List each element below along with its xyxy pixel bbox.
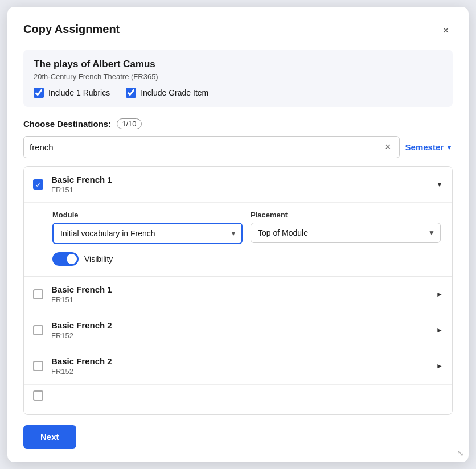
course-name: Basic French 2 bbox=[51, 356, 428, 366]
course-item-header: Basic French 1 FR151 ► bbox=[24, 277, 452, 312]
assignment-info-panel: The plays of Albert Camus 20th-Century F… bbox=[23, 50, 453, 107]
placement-label: Placement bbox=[251, 211, 441, 219]
course-checkbox[interactable] bbox=[33, 289, 43, 299]
toggle-thumb bbox=[67, 254, 77, 264]
next-button[interactable]: Next bbox=[23, 425, 76, 449]
choose-destinations-label: Choose Destinations: bbox=[23, 119, 111, 129]
assignment-course: 20th-Century French Theatre (FR365) bbox=[34, 72, 442, 81]
rubrics-checkbox-label[interactable]: Include 1 Rubrics bbox=[34, 88, 110, 98]
rubrics-checkbox[interactable] bbox=[34, 88, 44, 98]
course-name: Basic French 1 bbox=[51, 285, 428, 294]
course-item-header: Basic French 2 FR152 ► bbox=[24, 348, 452, 384]
module-label: Module bbox=[52, 211, 243, 219]
list-item: ✓ Basic French 1 FR151 ▼ Module Initia bbox=[24, 167, 452, 277]
visibility-label: Visibility bbox=[84, 254, 113, 264]
course-code: FR152 bbox=[51, 367, 428, 376]
collapse-arrow-icon[interactable]: ▼ bbox=[436, 180, 443, 188]
copy-assignment-modal: Copy Assignment × The plays of Albert Ca… bbox=[7, 7, 469, 462]
resize-handle-icon: ⤡ bbox=[457, 449, 464, 458]
course-checkbox[interactable] bbox=[33, 325, 43, 335]
grade-item-checkbox[interactable] bbox=[126, 88, 136, 98]
search-input[interactable] bbox=[30, 137, 383, 158]
course-item-header: ✓ Basic French 1 FR151 ▼ bbox=[24, 167, 452, 202]
course-item-header: Basic French 2 FR152 ► bbox=[24, 312, 452, 348]
semester-filter-button[interactable]: Semester ▼ bbox=[405, 142, 453, 152]
course-item-info: Basic French 2 FR152 bbox=[51, 320, 428, 340]
footer: Next bbox=[23, 425, 453, 449]
placement-select[interactable]: Top of Module bbox=[251, 223, 441, 243]
module-field-group: Module Initial vocabulary in French ▼ bbox=[52, 211, 243, 244]
partial-checkbox bbox=[33, 390, 43, 401]
expand-arrow-icon[interactable]: ► bbox=[436, 326, 443, 334]
partial-item bbox=[24, 384, 452, 406]
course-checkbox[interactable] bbox=[33, 361, 43, 371]
course-item-info: Basic French 1 FR151 bbox=[51, 175, 428, 194]
list-item: Basic French 2 FR152 ► bbox=[24, 312, 452, 348]
course-name: Basic French 1 bbox=[51, 175, 428, 184]
courses-list-scroll[interactable]: ✓ Basic French 1 FR151 ▼ Module Initia bbox=[24, 167, 452, 406]
destinations-count-badge: 1/10 bbox=[117, 118, 141, 129]
module-select[interactable]: Initial vocabulary in French bbox=[52, 223, 243, 244]
expand-arrow-icon[interactable]: ► bbox=[436, 362, 443, 370]
grade-item-label: Include Grade Item bbox=[141, 88, 208, 97]
course-name: Basic French 2 bbox=[51, 320, 428, 330]
course-code: FR151 bbox=[51, 186, 428, 194]
course-code: FR151 bbox=[51, 295, 428, 304]
visibility-toggle[interactable] bbox=[52, 252, 79, 266]
module-select-wrap: Initial vocabulary in French ▼ bbox=[52, 223, 243, 244]
module-placement-row: Module Initial vocabulary in French ▼ Pl… bbox=[52, 211, 441, 244]
assignment-name: The plays of Albert Camus bbox=[34, 59, 442, 70]
semester-label: Semester bbox=[405, 142, 444, 152]
chevron-down-icon: ▼ bbox=[446, 143, 453, 151]
list-item: Basic French 2 FR152 ► bbox=[24, 348, 452, 384]
list-item: Basic French 1 FR151 ► bbox=[24, 277, 452, 312]
course-item-info: Basic French 1 FR151 bbox=[51, 285, 428, 304]
search-row: × Semester ▼ bbox=[23, 136, 453, 158]
close-button[interactable]: × bbox=[439, 23, 453, 38]
expanded-content: Module Initial vocabulary in French ▼ Pl… bbox=[24, 202, 452, 276]
modal-header: Copy Assignment × bbox=[23, 23, 453, 38]
rubrics-label: Include 1 Rubrics bbox=[48, 88, 110, 97]
search-input-wrap: × bbox=[23, 136, 400, 158]
toggle-track bbox=[52, 252, 79, 266]
modal-title: Copy Assignment bbox=[23, 23, 120, 36]
course-code: FR152 bbox=[51, 331, 428, 340]
courses-list-area: ✓ Basic French 1 FR151 ▼ Module Initia bbox=[23, 166, 453, 415]
grade-item-checkbox-label[interactable]: Include Grade Item bbox=[126, 88, 208, 98]
clear-search-button[interactable]: × bbox=[383, 140, 393, 154]
checkboxes-row: Include 1 Rubrics Include Grade Item bbox=[34, 88, 442, 98]
expand-arrow-icon[interactable]: ► bbox=[436, 290, 443, 298]
placement-field-group: Placement Top of Module ▼ bbox=[251, 211, 441, 244]
course-item-info: Basic French 2 FR152 bbox=[51, 356, 428, 376]
visibility-row: Visibility bbox=[52, 252, 441, 266]
placement-select-wrap: Top of Module ▼ bbox=[251, 223, 441, 243]
course-checkbox[interactable]: ✓ bbox=[33, 179, 43, 190]
choose-destinations-row: Choose Destinations: 1/10 bbox=[23, 118, 453, 129]
